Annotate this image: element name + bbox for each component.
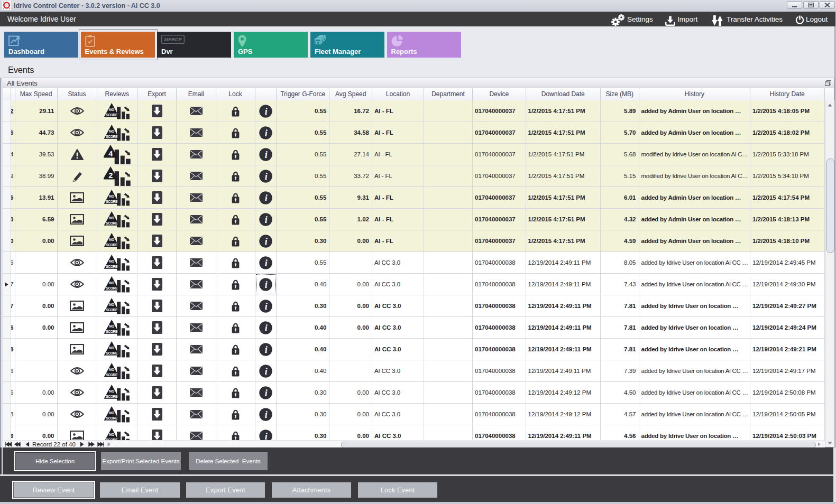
svg-text:MERGE: MERGE: [164, 37, 182, 42]
